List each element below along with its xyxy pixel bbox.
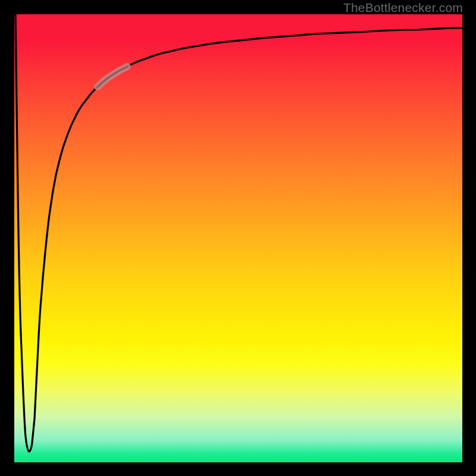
bottleneck-curve [15,14,462,452]
highlight-segment [98,67,127,87]
attribution-label: TheBottlenecker.com [343,1,463,15]
curve-layer [14,14,462,462]
plot-area [14,14,462,462]
chart-frame: TheBottlenecker.com [0,0,476,476]
